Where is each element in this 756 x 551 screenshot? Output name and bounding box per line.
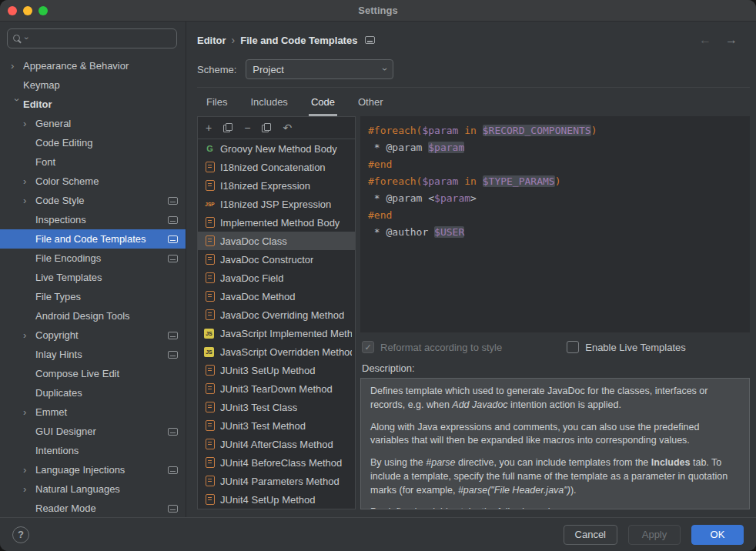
sidebar-item-compose-live-edit[interactable]: Compose Live Edit — [0, 364, 186, 383]
live-templates-checkbox[interactable]: Enable Live Templates — [567, 341, 686, 353]
code-line: * @param <$param> — [368, 190, 742, 207]
template-item-javadoc-overriding-method[interactable]: JavaDoc Overriding Method — [198, 306, 355, 324]
jsp-icon: JSP — [204, 199, 216, 210]
project-scope-icon — [168, 466, 178, 474]
template-item-label: JUnit4 BeforeClass Method — [220, 457, 342, 469]
sidebar-item-label: File and Code Templates — [35, 233, 168, 245]
template-icon — [204, 291, 216, 302]
sidebar-item-general[interactable]: ›General — [0, 114, 186, 133]
sidebar-item-code-style[interactable]: ›Code Style — [0, 191, 186, 210]
chevron-down-icon[interactable]: › — [12, 99, 22, 111]
template-item-groovy-new-method-body[interactable]: GGroovy New Method Body — [198, 139, 355, 158]
sidebar-item-file-and-code-templates[interactable]: File and Code Templates — [0, 229, 186, 249]
template-item-junit4-setup-method[interactable]: JUnit4 SetUp Method — [198, 490, 355, 509]
tab-files[interactable]: Files — [204, 88, 229, 116]
sidebar-item-inlay-hints[interactable]: Inlay Hints — [0, 345, 186, 364]
description-text[interactable]: Defines template which used to generate … — [360, 378, 750, 509]
sidebar-item-label: Duplicates — [35, 387, 178, 399]
scheme-dropdown[interactable]: Project › — [246, 59, 393, 79]
tab-code[interactable]: Code — [309, 88, 337, 116]
sidebar-item-keymap[interactable]: Keymap — [0, 75, 186, 95]
template-item-i18nized-concatenation[interactable]: I18nized Concatenation — [198, 158, 355, 176]
sidebar-item-appearance-behavior[interactable]: ›Appearance & Behavior — [0, 56, 186, 75]
breadcrumb: Editor › File and Code Templates — [197, 34, 375, 46]
chevron-right-icon[interactable]: › — [11, 61, 23, 71]
sidebar-item-file-types[interactable]: File Types — [0, 287, 186, 306]
ok-button[interactable]: OK — [691, 525, 744, 545]
template-item-javascript-implemented-method-body[interactable]: JSJavaScript Implemented Method Body — [198, 324, 355, 342]
template-item-implemented-method-body[interactable]: Implemented Method Body — [198, 213, 355, 232]
scheme-value: Project — [253, 64, 283, 75]
copy-icon[interactable] — [223, 123, 232, 132]
project-scope-icon — [168, 216, 178, 224]
template-item-javascript-overridden-method-body[interactable]: JSJavaScript Overridden Method Body — [198, 342, 355, 361]
remove-icon[interactable]: − — [244, 122, 250, 133]
chevron-right-icon[interactable]: › — [23, 330, 35, 340]
sidebar-item-android-design-tools[interactable]: Android Design Tools — [0, 306, 186, 326]
reformat-checkbox[interactable]: ✓ Reformat according to style — [362, 341, 502, 353]
chevron-right-icon[interactable]: › — [23, 195, 35, 205]
sidebar-item-intentions[interactable]: Intentions — [0, 441, 186, 460]
template-item-junit3-test-class[interactable]: JUnit3 Test Class — [198, 398, 355, 416]
sidebar-item-copyright[interactable]: ›Copyright — [0, 326, 186, 345]
template-item-javadoc-field[interactable]: JavaDoc Field — [198, 269, 355, 287]
description-label: Description: — [362, 362, 750, 374]
template-item-junit3-teardown-method[interactable]: JUnit3 TearDown Method — [198, 379, 355, 398]
settings-search-input[interactable] — [32, 32, 172, 45]
sidebar-item-inspections[interactable]: Inspections — [0, 210, 186, 229]
sidebar-item-duplicates[interactable]: Duplicates — [0, 383, 186, 402]
cancel-button[interactable]: Cancel — [564, 525, 617, 545]
chevron-right-icon[interactable]: › — [23, 484, 35, 494]
template-item-label: Groovy New Method Body — [220, 143, 337, 155]
template-item-junit4-parameters-method[interactable]: JUnit4 Parameters Method — [198, 472, 355, 490]
settings-search[interactable]: › — [7, 28, 177, 48]
template-item-javadoc-method[interactable]: JavaDoc Method — [198, 287, 355, 306]
template-item-javadoc-class[interactable]: JavaDoc Class — [198, 232, 355, 250]
sidebar-item-reader-mode[interactable]: Reader Mode — [0, 499, 186, 517]
zoom-button[interactable] — [38, 6, 48, 15]
chevron-right-icon[interactable]: › — [23, 119, 35, 129]
sidebar-item-color-scheme[interactable]: ›Color Scheme — [0, 172, 186, 191]
chevron-right-icon[interactable]: › — [23, 465, 35, 475]
sidebar-item-file-encodings[interactable]: File Encodings — [0, 249, 186, 268]
template-item-junit3-test-method[interactable]: JUnit3 Test Method — [198, 416, 355, 435]
template-item-junit4-afterclass-method[interactable]: JUnit4 AfterClass Method — [198, 435, 355, 453]
sidebar-item-editor[interactable]: ›Editor — [0, 95, 186, 114]
sidebar-item-label: Code Style — [35, 195, 168, 206]
forward-arrow-icon[interactable]: → — [725, 34, 738, 46]
description-paragraph: By using the #parse directive, you can i… — [370, 456, 740, 497]
project-scope-icon — [168, 332, 178, 339]
template-detail-pane: #foreach($param in $RECORD_COMPONENTS) *… — [360, 116, 750, 509]
template-item-javadoc-constructor[interactable]: JavaDoc Constructor — [198, 250, 355, 269]
add-icon[interactable]: + — [206, 122, 212, 133]
breadcrumb-editor[interactable]: Editor — [197, 35, 226, 46]
duplicate-icon[interactable] — [262, 123, 271, 132]
help-button[interactable]: ? — [12, 526, 29, 543]
reset-icon[interactable]: ↶ — [283, 122, 292, 133]
sidebar-item-font[interactable]: Font — [0, 152, 186, 172]
template-item-junit3-setup-method[interactable]: JUnit3 SetUp Method — [198, 361, 355, 379]
close-button[interactable] — [8, 6, 17, 15]
sidebar-item-language-injections[interactable]: ›Language Injections — [0, 460, 186, 479]
chevron-right-icon[interactable]: › — [23, 407, 35, 417]
tab-other[interactable]: Other — [356, 88, 386, 116]
sidebar-item-gui-designer[interactable]: GUI Designer — [0, 422, 186, 441]
template-item-i18nized-jsp-expression[interactable]: JSPI18nized JSP Expression — [198, 195, 355, 213]
chevron-right-icon[interactable]: › — [23, 176, 35, 186]
description-paragraph: Along with Java expressions and comments… — [370, 421, 740, 449]
sidebar-item-code-editing[interactable]: Code Editing — [0, 133, 186, 152]
sidebar-item-live-templates[interactable]: Live Templates — [0, 268, 186, 287]
window-controls — [0, 6, 48, 15]
template-item-label: JUnit3 Test Method — [220, 420, 306, 432]
back-arrow-icon[interactable]: ← — [699, 34, 711, 46]
apply-button[interactable]: Apply — [628, 525, 681, 545]
template-editor[interactable]: #foreach($param in $RECORD_COMPONENTS) *… — [360, 116, 750, 332]
template-item-junit4-beforeclass-method[interactable]: JUnit4 BeforeClass Method — [198, 453, 355, 472]
template-item-label: JavaDoc Constructor — [220, 254, 313, 265]
sidebar-item-emmet[interactable]: ›Emmet — [0, 402, 186, 422]
tab-includes[interactable]: Includes — [248, 88, 289, 116]
minimize-button[interactable] — [23, 6, 32, 15]
sidebar-item-natural-languages[interactable]: ›Natural Languages — [0, 479, 186, 499]
template-item-label: JavaDoc Overriding Method — [220, 309, 344, 321]
template-item-i18nized-expression[interactable]: I18nized Expression — [198, 176, 355, 195]
